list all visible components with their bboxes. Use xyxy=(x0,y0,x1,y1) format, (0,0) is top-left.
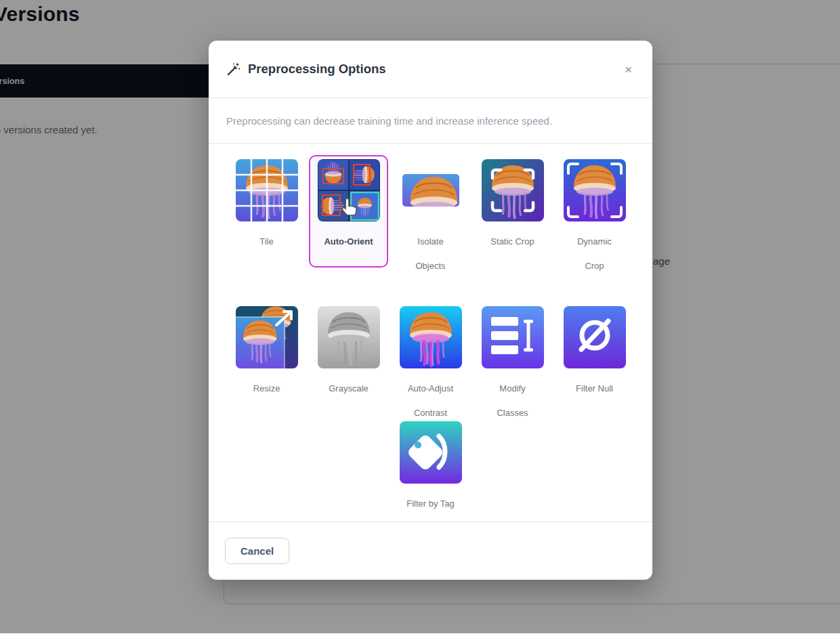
options-row-3: Filter by Tag xyxy=(226,421,635,516)
option-label: Static Crop xyxy=(490,230,534,254)
option-tile[interactable]: Tile xyxy=(226,159,308,278)
filter-by-tag-thumbnail xyxy=(400,421,462,484)
option-dynamic-crop[interactable]: Dynamic Crop xyxy=(553,159,635,278)
option-label: Auto-Orient xyxy=(324,230,373,254)
option-auto-orient[interactable]: Auto-Orient xyxy=(308,159,390,278)
option-grayscale[interactable]: Grayscale xyxy=(308,306,390,425)
modal-header: Preprocessing Options × xyxy=(209,41,652,98)
preprocessing-options-modal: Preprocessing Options × Preprocessing ca… xyxy=(209,41,652,580)
option-label: Tile xyxy=(259,230,273,254)
option-modify-classes[interactable]: Modify Classes xyxy=(471,306,553,425)
auto-adjust-contrast-thumbnail xyxy=(400,306,462,368)
modal-footer: Cancel xyxy=(209,522,652,580)
grayscale-thumbnail xyxy=(318,306,380,368)
option-label: Resize xyxy=(253,377,280,401)
options-row-1: Tile xyxy=(226,159,635,278)
modify-classes-thumbnail xyxy=(482,306,544,368)
cancel-button[interactable]: Cancel xyxy=(225,538,289,564)
modal-subtitle: Preprocessing can decrease training time… xyxy=(209,98,652,144)
option-resize[interactable]: Resize xyxy=(226,306,308,425)
option-label: Filter Null xyxy=(576,377,613,401)
option-auto-adjust-contrast[interactable]: Auto-Adjust Contrast xyxy=(390,306,471,425)
magic-wand-icon xyxy=(226,62,241,77)
static-crop-thumbnail xyxy=(482,159,544,221)
modal-title: Preprocessing Options xyxy=(248,62,386,77)
resize-thumbnail xyxy=(236,306,298,368)
option-isolate-objects[interactable]: Isolate Objects xyxy=(390,159,471,278)
option-label: Isolate Objects xyxy=(415,230,445,278)
auto-orient-thumbnail xyxy=(318,159,380,221)
option-filter-by-tag[interactable]: Filter by Tag xyxy=(390,421,471,516)
option-label: Grayscale xyxy=(329,377,369,401)
preprocessing-options-grid: Tile xyxy=(209,144,652,522)
option-static-crop[interactable]: Static Crop xyxy=(471,159,553,278)
tile-grid-thumbnail xyxy=(236,159,298,221)
option-label: Filter by Tag xyxy=(406,492,455,516)
option-filter-null[interactable]: Filter Null xyxy=(553,306,635,425)
close-icon[interactable]: × xyxy=(622,60,635,79)
option-label: Modify Classes xyxy=(497,377,528,425)
dynamic-crop-thumbnail xyxy=(564,159,626,221)
isolate-objects-thumbnail xyxy=(402,174,459,207)
option-label: Auto-Adjust Contrast xyxy=(408,377,453,425)
options-row-2: Resize Grayscale xyxy=(226,306,635,425)
filter-null-thumbnail xyxy=(564,306,626,368)
option-label: Dynamic Crop xyxy=(577,230,612,278)
